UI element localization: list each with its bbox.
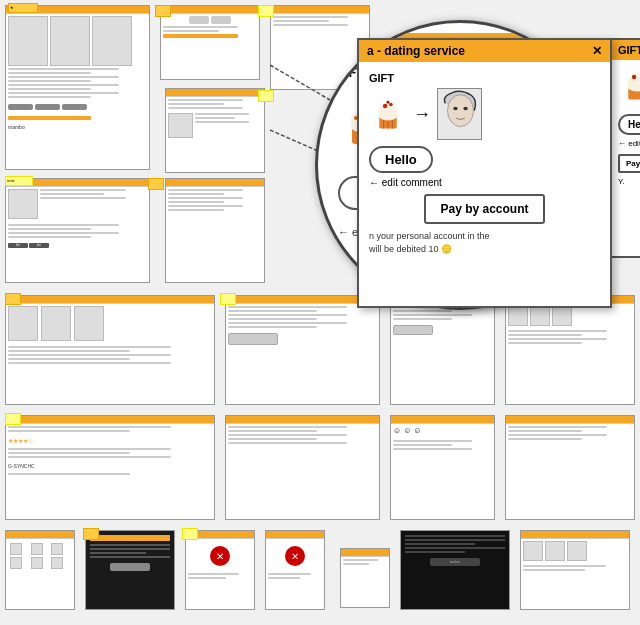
thumbnail-bottom-7 — [520, 530, 630, 610]
svg-point-28 — [453, 107, 457, 111]
svg-point-29 — [463, 107, 467, 111]
thumbnail-bottom-1 — [5, 530, 75, 610]
popup-arrow: → — [413, 104, 431, 125]
thumbnail-bottom-4: ✕ — [265, 530, 325, 610]
thumbnail-row3-4 — [505, 295, 635, 405]
main-popup-window: a - dating service ✕ GIFT → — [357, 38, 612, 308]
sticky-note-12: · — [182, 528, 198, 540]
svg-point-24 — [383, 104, 387, 108]
sticky-note-11: · — [83, 528, 99, 540]
svg-point-26 — [387, 101, 390, 104]
sticky-note-10: · — [5, 413, 21, 425]
thumbnail-bottom-6: action — [400, 530, 510, 610]
sticky-note-9: · — [5, 293, 21, 305]
popup-account-text: n your personal account in thewill be de… — [369, 231, 490, 254]
thumbnail-row3-2 — [225, 295, 380, 405]
svg-point-25 — [389, 103, 393, 107]
popup-body: GIFT → — [359, 62, 610, 265]
popup-hello-text: Hello — [385, 152, 417, 167]
popup-gift-row: → — [369, 88, 600, 140]
sticky-note-1: ★ — [8, 3, 38, 13]
popup-titlebar: a - dating service ✕ — [359, 40, 610, 62]
thumbnail-row4-2 — [225, 415, 380, 520]
popup-cupcake-small — [369, 95, 407, 133]
sticky-note-2: note — [5, 176, 33, 186]
popup-pay-button[interactable]: Pay by account — [424, 194, 544, 224]
popup-close-btn[interactable]: ✕ — [592, 44, 602, 58]
partial-bubble: Hello — [618, 114, 640, 135]
thumbnail-row4-1: ★★★★☆ G-SYNCHC — [5, 415, 215, 520]
thumbnail-row4-4 — [505, 415, 635, 520]
partial-gift-label: GIFT — [618, 44, 640, 56]
sticky-note-4: · — [258, 5, 274, 17]
partial-y-label: Y. — [618, 177, 640, 186]
partial-edit: ← edit — [618, 139, 640, 148]
svg-point-27 — [448, 95, 474, 127]
svg-point-35 — [632, 75, 636, 79]
partial-titlebar: GIFT — [612, 40, 640, 60]
thumbnail-bottom-5 — [340, 548, 390, 608]
popup-hello-bubble: Hello — [369, 146, 433, 173]
popup-person-img — [437, 88, 482, 140]
partial-cupcake — [618, 66, 640, 104]
popup-pay-section: Pay by account — [369, 194, 600, 224]
thumbnail-4: btn btn — [5, 178, 150, 283]
thumbnail-bottom-3: ✕ — [185, 530, 255, 610]
thumbnail-2 — [160, 5, 260, 80]
thumbnail-bottom-2 — [85, 530, 175, 610]
sticky-note-3: · — [155, 5, 171, 17]
thumbnail-3 — [165, 88, 265, 173]
partial-popup-body: Hello ← edit Pay b Y. — [612, 60, 640, 192]
sticky-note-5: · — [148, 178, 164, 190]
thumbnail-1: mambo — [5, 5, 150, 170]
popup-edit-link[interactable]: ← edit comment — [369, 177, 442, 188]
thumbnail-row3-3 — [390, 295, 495, 405]
partial-bubble-text: Hello — [628, 119, 640, 130]
partial-popup: GIFT Hello ← edit Pay b Y. — [610, 38, 640, 258]
thumbnail-5 — [165, 178, 265, 283]
popup-title: a - dating service — [367, 44, 465, 58]
popup-gift-label: GIFT — [369, 72, 600, 84]
thumbnail-row3-1 — [5, 295, 215, 405]
popup-edit-comment[interactable]: ← edit comment — [369, 177, 600, 188]
sticky-note-6: · — [258, 90, 274, 102]
sticky-note-8: · — [220, 293, 236, 305]
thumbnail-row4-3: ☺ ☺ ☺ — [390, 415, 495, 520]
partial-pay-button[interactable]: Pay b — [618, 154, 640, 173]
popup-account-description: n your personal account in thewill be de… — [369, 230, 600, 255]
